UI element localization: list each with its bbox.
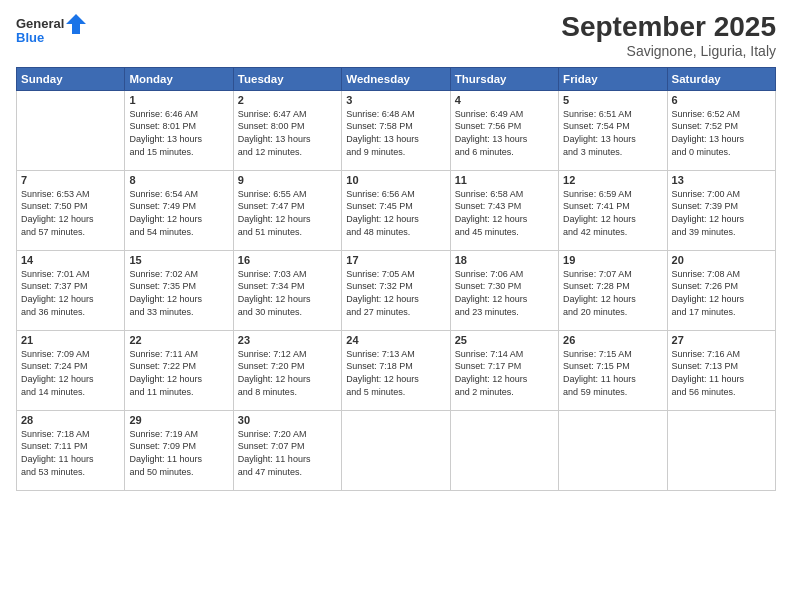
table-row: 5Sunrise: 6:51 AMSunset: 7:54 PMDaylight… (559, 90, 667, 170)
table-row: 11Sunrise: 6:58 AMSunset: 7:43 PMDayligh… (450, 170, 558, 250)
calendar-table: Sunday Monday Tuesday Wednesday Thursday… (16, 67, 776, 491)
day-info: Sunrise: 7:15 AMSunset: 7:15 PMDaylight:… (563, 348, 662, 398)
table-row: 15Sunrise: 7:02 AMSunset: 7:35 PMDayligh… (125, 250, 233, 330)
svg-text:General: General (16, 16, 64, 31)
day-number: 18 (455, 254, 554, 266)
table-row: 9Sunrise: 6:55 AMSunset: 7:47 PMDaylight… (233, 170, 341, 250)
day-info: Sunrise: 6:59 AMSunset: 7:41 PMDaylight:… (563, 188, 662, 238)
table-row: 8Sunrise: 6:54 AMSunset: 7:49 PMDaylight… (125, 170, 233, 250)
day-number: 10 (346, 174, 445, 186)
day-number: 3 (346, 94, 445, 106)
day-info: Sunrise: 6:52 AMSunset: 7:52 PMDaylight:… (672, 108, 771, 158)
day-info: Sunrise: 7:07 AMSunset: 7:28 PMDaylight:… (563, 268, 662, 318)
day-info: Sunrise: 7:06 AMSunset: 7:30 PMDaylight:… (455, 268, 554, 318)
day-info: Sunrise: 6:53 AMSunset: 7:50 PMDaylight:… (21, 188, 120, 238)
day-info: Sunrise: 7:00 AMSunset: 7:39 PMDaylight:… (672, 188, 771, 238)
table-row (559, 410, 667, 490)
day-number: 6 (672, 94, 771, 106)
table-row (342, 410, 450, 490)
day-info: Sunrise: 6:49 AMSunset: 7:56 PMDaylight:… (455, 108, 554, 158)
day-info: Sunrise: 7:14 AMSunset: 7:17 PMDaylight:… (455, 348, 554, 398)
table-row (17, 90, 125, 170)
day-info: Sunrise: 7:20 AMSunset: 7:07 PMDaylight:… (238, 428, 337, 478)
day-number: 16 (238, 254, 337, 266)
day-number: 22 (129, 334, 228, 346)
day-number: 1 (129, 94, 228, 106)
day-info: Sunrise: 7:13 AMSunset: 7:18 PMDaylight:… (346, 348, 445, 398)
day-info: Sunrise: 7:19 AMSunset: 7:09 PMDaylight:… (129, 428, 228, 478)
table-row: 25Sunrise: 7:14 AMSunset: 7:17 PMDayligh… (450, 330, 558, 410)
month-title: September 2025 (561, 12, 776, 43)
logo: General Blue (16, 12, 86, 48)
table-row: 4Sunrise: 6:49 AMSunset: 7:56 PMDaylight… (450, 90, 558, 170)
day-info: Sunrise: 7:01 AMSunset: 7:37 PMDaylight:… (21, 268, 120, 318)
day-number: 25 (455, 334, 554, 346)
day-number: 20 (672, 254, 771, 266)
table-row: 24Sunrise: 7:13 AMSunset: 7:18 PMDayligh… (342, 330, 450, 410)
table-row: 23Sunrise: 7:12 AMSunset: 7:20 PMDayligh… (233, 330, 341, 410)
day-number: 9 (238, 174, 337, 186)
header-wednesday: Wednesday (342, 67, 450, 90)
day-number: 7 (21, 174, 120, 186)
table-row: 13Sunrise: 7:00 AMSunset: 7:39 PMDayligh… (667, 170, 775, 250)
table-row: 27Sunrise: 7:16 AMSunset: 7:13 PMDayligh… (667, 330, 775, 410)
calendar-week-row: 14Sunrise: 7:01 AMSunset: 7:37 PMDayligh… (17, 250, 776, 330)
table-row: 18Sunrise: 7:06 AMSunset: 7:30 PMDayligh… (450, 250, 558, 330)
day-info: Sunrise: 7:03 AMSunset: 7:34 PMDaylight:… (238, 268, 337, 318)
day-number: 23 (238, 334, 337, 346)
table-row (450, 410, 558, 490)
day-info: Sunrise: 7:12 AMSunset: 7:20 PMDaylight:… (238, 348, 337, 398)
header-thursday: Thursday (450, 67, 558, 90)
day-number: 27 (672, 334, 771, 346)
table-row: 10Sunrise: 6:56 AMSunset: 7:45 PMDayligh… (342, 170, 450, 250)
table-row: 16Sunrise: 7:03 AMSunset: 7:34 PMDayligh… (233, 250, 341, 330)
calendar-week-row: 1Sunrise: 6:46 AMSunset: 8:01 PMDaylight… (17, 90, 776, 170)
calendar-week-row: 21Sunrise: 7:09 AMSunset: 7:24 PMDayligh… (17, 330, 776, 410)
day-number: 29 (129, 414, 228, 426)
day-info: Sunrise: 6:58 AMSunset: 7:43 PMDaylight:… (455, 188, 554, 238)
table-row: 2Sunrise: 6:47 AMSunset: 8:00 PMDaylight… (233, 90, 341, 170)
header-tuesday: Tuesday (233, 67, 341, 90)
day-number: 14 (21, 254, 120, 266)
day-number: 17 (346, 254, 445, 266)
header-monday: Monday (125, 67, 233, 90)
calendar-week-row: 7Sunrise: 6:53 AMSunset: 7:50 PMDaylight… (17, 170, 776, 250)
header-sunday: Sunday (17, 67, 125, 90)
table-row: 26Sunrise: 7:15 AMSunset: 7:15 PMDayligh… (559, 330, 667, 410)
location: Savignone, Liguria, Italy (561, 43, 776, 59)
calendar-week-row: 28Sunrise: 7:18 AMSunset: 7:11 PMDayligh… (17, 410, 776, 490)
table-row: 14Sunrise: 7:01 AMSunset: 7:37 PMDayligh… (17, 250, 125, 330)
table-row: 22Sunrise: 7:11 AMSunset: 7:22 PMDayligh… (125, 330, 233, 410)
header-friday: Friday (559, 67, 667, 90)
day-number: 21 (21, 334, 120, 346)
table-row: 29Sunrise: 7:19 AMSunset: 7:09 PMDayligh… (125, 410, 233, 490)
day-number: 8 (129, 174, 228, 186)
day-info: Sunrise: 6:55 AMSunset: 7:47 PMDaylight:… (238, 188, 337, 238)
table-row: 6Sunrise: 6:52 AMSunset: 7:52 PMDaylight… (667, 90, 775, 170)
day-info: Sunrise: 7:11 AMSunset: 7:22 PMDaylight:… (129, 348, 228, 398)
day-number: 4 (455, 94, 554, 106)
table-row: 3Sunrise: 6:48 AMSunset: 7:58 PMDaylight… (342, 90, 450, 170)
table-row: 21Sunrise: 7:09 AMSunset: 7:24 PMDayligh… (17, 330, 125, 410)
day-number: 19 (563, 254, 662, 266)
day-info: Sunrise: 7:16 AMSunset: 7:13 PMDaylight:… (672, 348, 771, 398)
day-number: 11 (455, 174, 554, 186)
table-row: 20Sunrise: 7:08 AMSunset: 7:26 PMDayligh… (667, 250, 775, 330)
header-saturday: Saturday (667, 67, 775, 90)
header: General Blue September 2025 Savignone, L… (16, 12, 776, 59)
weekday-header-row: Sunday Monday Tuesday Wednesday Thursday… (17, 67, 776, 90)
svg-marker-1 (66, 14, 86, 34)
table-row (667, 410, 775, 490)
day-number: 2 (238, 94, 337, 106)
day-number: 26 (563, 334, 662, 346)
svg-text:Blue: Blue (16, 30, 44, 45)
day-info: Sunrise: 7:18 AMSunset: 7:11 PMDaylight:… (21, 428, 120, 478)
table-row: 19Sunrise: 7:07 AMSunset: 7:28 PMDayligh… (559, 250, 667, 330)
table-row: 1Sunrise: 6:46 AMSunset: 8:01 PMDaylight… (125, 90, 233, 170)
day-info: Sunrise: 7:05 AMSunset: 7:32 PMDaylight:… (346, 268, 445, 318)
day-info: Sunrise: 6:48 AMSunset: 7:58 PMDaylight:… (346, 108, 445, 158)
table-row: 30Sunrise: 7:20 AMSunset: 7:07 PMDayligh… (233, 410, 341, 490)
day-number: 24 (346, 334, 445, 346)
title-block: September 2025 Savignone, Liguria, Italy (561, 12, 776, 59)
day-number: 30 (238, 414, 337, 426)
